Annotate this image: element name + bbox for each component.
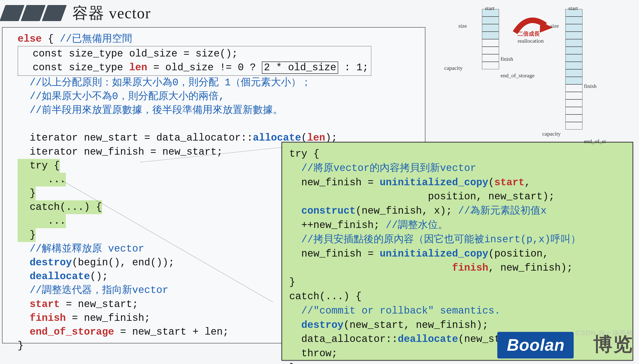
comment-adjust-watermark: //調整水位。 <box>386 220 448 231</box>
comment-init-value: //為新元素設初值x <box>458 205 547 217</box>
catch-block-start: catch(...) { <box>18 200 102 214</box>
reallocation-diagram: 二倍成長reallocation start size finish end_o… <box>442 5 638 146</box>
vector-after <box>565 9 582 141</box>
try-block-start: try { <box>18 159 60 173</box>
lbl-size-left: size <box>458 23 467 29</box>
lbl-finish-left: finish <box>501 56 513 62</box>
fn-construct: construct <box>301 205 356 217</box>
reallocation-label: 二倍成長reallocation <box>518 30 544 44</box>
lbl-size-right: size <box>550 23 559 29</box>
lbl-eos-left: end_of_storage <box>501 72 535 79</box>
brand-boolan: Boolan <box>497 332 574 358</box>
comment-commit-rollback: //"commit or rollback" semantics. <box>289 305 500 317</box>
fn-uninitialized-copy: uninitialized_copy <box>380 177 488 188</box>
var-start: start <box>30 299 60 310</box>
kw-else: else <box>18 33 42 45</box>
comment-adjust-iter: //調整迭代器，指向新vector <box>18 285 168 296</box>
comment-alloc-rule-1: //以上分配原則：如果原大小為0，則分配 1（個元素大小）； <box>18 77 311 88</box>
var-len: len <box>129 62 147 73</box>
page-title: 容器 vector <box>72 3 151 24</box>
comment-copy-after-insert: //拷貝安插點後的原內容（因它也可能被insert(p,x)呼叫） <box>289 234 581 245</box>
comment-alloc-rule-2: //如果原大小不為0，則分配原大小的兩倍, <box>18 91 225 102</box>
lbl-finish-right: finish <box>584 83 597 89</box>
fn-deallocate: deallocate <box>30 271 90 282</box>
expr-two-times-old-size: 2 * old_size <box>262 62 338 74</box>
comment-destroy-orig: //解構並釋放原 vector <box>18 243 144 255</box>
var-finish: finish <box>30 313 66 324</box>
brand-bolan-cn: 博览 <box>593 332 633 357</box>
lbl-start-left: start <box>485 5 495 12</box>
slash-decoration <box>3 5 64 21</box>
var-end-of-storage: end_of_storage <box>30 326 114 338</box>
lbl-capacity-right: capacity <box>542 131 561 137</box>
code-block-right: try { //將原vector的內容拷貝到新vector new_finish… <box>281 142 633 361</box>
comment-no-spare-space: //已無備用空間 <box>60 33 132 45</box>
lbl-capacity-left: capacity <box>444 65 463 71</box>
lbl-eos-right: end_of_st <box>584 138 606 145</box>
comment-copy-old-vector: //將原vector的內容拷貝到新vector <box>289 163 476 174</box>
slide-title-bar: 容器 vector <box>3 3 151 24</box>
lbl-start-right: start <box>568 5 578 12</box>
fn-uninitialized-copy-2: uninitialized_copy <box>380 248 488 260</box>
comment-alloc-rule-3: //前半段用來放置原數據，後半段準備用來放置新數據。 <box>18 105 283 116</box>
fn-destroy: destroy <box>30 257 72 268</box>
vector-before <box>482 9 499 74</box>
